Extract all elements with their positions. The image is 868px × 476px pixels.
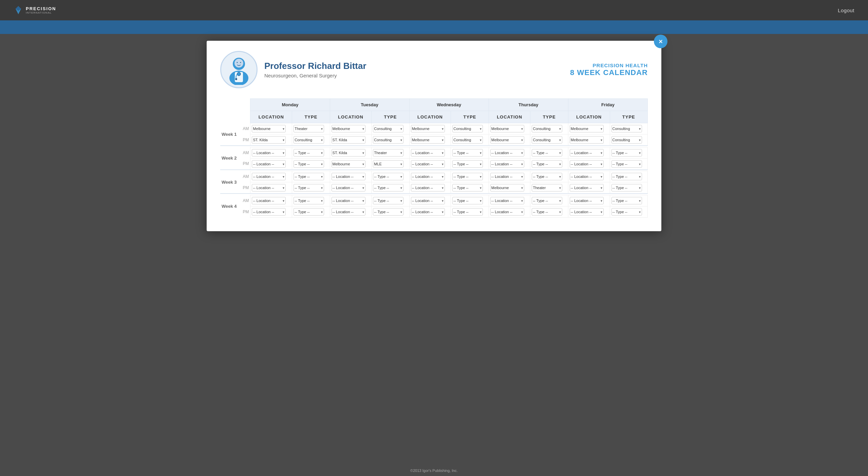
fri-pm-type-select[interactable]: -- Type --TheaterConsultingMLE bbox=[611, 208, 642, 216]
wed-pm-location-select[interactable]: -- Location --MelbourneST. KildaMLE bbox=[411, 160, 445, 168]
tue-am-location-select[interactable]: -- Location --MelbourneST. KildaMLE bbox=[332, 197, 365, 204]
wed-am-type-cell[interactable]: -- Type --TheaterConsultingMLE bbox=[451, 195, 489, 206]
fri-am-type-select[interactable]: -- Type --TheaterConsultingMLE bbox=[611, 149, 642, 157]
logout-button[interactable]: Logout bbox=[838, 7, 854, 13]
tue-am-type-cell[interactable]: -- Type --TheaterConsultingMLE bbox=[372, 147, 409, 158]
mon-am-location-cell[interactable]: -- Location --MelbourneST. KildaMLE bbox=[250, 123, 292, 134]
mon-pm-type-cell[interactable]: -- Type --TheaterConsultingMLE bbox=[292, 206, 330, 217]
tue-pm-location-cell[interactable]: -- Location --MelbourneST. KildaMLE bbox=[330, 182, 372, 194]
thu-am-type-cell[interactable]: -- Type --TheaterConsultingMLE bbox=[530, 147, 568, 158]
thu-am-location-cell[interactable]: -- Location --MelbourneST. KildaMLE bbox=[489, 123, 530, 134]
mon-pm-location-cell[interactable]: -- Location --MelbourneST. KildaMLE bbox=[250, 206, 292, 217]
wed-am-type-select[interactable]: -- Type --TheaterConsultingMLE bbox=[452, 125, 483, 132]
wed-pm-type-select[interactable]: -- Type --TheaterConsultingMLE bbox=[452, 160, 483, 168]
fri-am-location-cell[interactable]: -- Location --MelbourneST. KildaMLE bbox=[568, 123, 610, 134]
wed-am-type-cell[interactable]: -- Type --TheaterConsultingMLE bbox=[451, 123, 489, 134]
tue-pm-type-select[interactable]: -- Type --TheaterConsultingMLE bbox=[373, 184, 403, 191]
thu-am-type-cell[interactable]: -- Type --TheaterConsultingMLE bbox=[530, 171, 568, 182]
wed-pm-type-select[interactable]: -- Type --TheaterConsultingMLE bbox=[452, 136, 483, 144]
thu-pm-location-cell[interactable]: -- Location --MelbourneST. KildaMLE bbox=[489, 158, 530, 170]
tue-am-type-cell[interactable]: -- Type --TheaterConsultingMLE bbox=[372, 123, 409, 134]
thu-pm-type-select[interactable]: -- Type --TheaterConsultingMLE bbox=[532, 208, 562, 216]
mon-am-type-cell[interactable]: -- Type --TheaterConsultingMLE bbox=[292, 147, 330, 158]
wed-pm-type-cell[interactable]: -- Type --TheaterConsultingMLE bbox=[451, 206, 489, 217]
tue-am-location-cell[interactable]: -- Location --MelbourneST. KildaMLE bbox=[330, 195, 372, 206]
fri-pm-type-cell[interactable]: -- Type --TheaterConsultingMLE bbox=[610, 134, 647, 146]
mon-am-location-cell[interactable]: -- Location --MelbourneST. KildaMLE bbox=[250, 171, 292, 182]
mon-am-location-cell[interactable]: -- Location --MelbourneST. KildaMLE bbox=[250, 195, 292, 206]
fri-am-location-select[interactable]: -- Location --MelbourneST. KildaMLE bbox=[570, 149, 604, 157]
fri-am-type-cell[interactable]: -- Type --TheaterConsultingMLE bbox=[610, 123, 647, 134]
fri-pm-location-select[interactable]: -- Location --MelbourneST. KildaMLE bbox=[570, 208, 604, 216]
wed-am-location-select[interactable]: -- Location --MelbourneST. KildaMLE bbox=[411, 149, 445, 157]
mon-am-location-select[interactable]: -- Location --MelbourneST. KildaMLE bbox=[252, 197, 286, 204]
fri-pm-type-select[interactable]: -- Type --TheaterConsultingMLE bbox=[611, 184, 642, 191]
thu-am-location-select[interactable]: -- Location --MelbourneST. KildaMLE bbox=[490, 173, 524, 180]
fri-am-type-select[interactable]: -- Type --TheaterConsultingMLE bbox=[611, 197, 642, 204]
tue-pm-type-select[interactable]: -- Type --TheaterConsultingMLE bbox=[373, 208, 403, 216]
fri-pm-type-cell[interactable]: -- Type --TheaterConsultingMLE bbox=[610, 158, 647, 170]
tue-pm-type-select[interactable]: -- Type --TheaterConsultingMLE bbox=[373, 160, 403, 168]
wed-pm-location-select[interactable]: -- Location --MelbourneST. KildaMLE bbox=[411, 136, 445, 144]
thu-pm-location-select[interactable]: -- Location --MelbourneST. KildaMLE bbox=[490, 160, 524, 168]
mon-am-location-select[interactable]: -- Location --MelbourneST. KildaMLE bbox=[252, 125, 286, 132]
wed-am-type-select[interactable]: -- Type --TheaterConsultingMLE bbox=[452, 197, 483, 204]
fri-am-location-select[interactable]: -- Location --MelbourneST. KildaMLE bbox=[570, 125, 604, 132]
mon-pm-location-cell[interactable]: -- Location --MelbourneST. KildaMLE bbox=[250, 158, 292, 170]
tue-pm-type-cell[interactable]: -- Type --TheaterConsultingMLE bbox=[372, 182, 409, 194]
thu-pm-location-cell[interactable]: -- Location --MelbourneST. KildaMLE bbox=[489, 206, 530, 217]
mon-am-type-cell[interactable]: -- Type --TheaterConsultingMLE bbox=[292, 171, 330, 182]
thu-pm-type-select[interactable]: -- Type --TheaterConsultingMLE bbox=[532, 184, 562, 191]
fri-pm-location-cell[interactable]: -- Location --MelbourneST. KildaMLE bbox=[568, 206, 610, 217]
mon-pm-type-select[interactable]: -- Type --TheaterConsultingMLE bbox=[294, 208, 324, 216]
thu-pm-location-cell[interactable]: -- Location --MelbourneST. KildaMLE bbox=[489, 134, 530, 146]
wed-pm-location-cell[interactable]: -- Location --MelbourneST. KildaMLE bbox=[409, 134, 451, 146]
wed-pm-location-select[interactable]: -- Location --MelbourneST. KildaMLE bbox=[411, 208, 445, 216]
wed-pm-type-cell[interactable]: -- Type --TheaterConsultingMLE bbox=[451, 182, 489, 194]
fri-pm-location-select[interactable]: -- Location --MelbourneST. KildaMLE bbox=[570, 184, 604, 191]
fri-am-type-cell[interactable]: -- Type --TheaterConsultingMLE bbox=[610, 195, 647, 206]
thu-pm-type-cell[interactable]: -- Type --TheaterConsultingMLE bbox=[530, 158, 568, 170]
mon-pm-type-select[interactable]: -- Type --TheaterConsultingMLE bbox=[294, 184, 324, 191]
wed-pm-location-select[interactable]: -- Location --MelbourneST. KildaMLE bbox=[411, 184, 445, 191]
thu-am-type-select[interactable]: -- Type --TheaterConsultingMLE bbox=[532, 197, 562, 204]
thu-am-type-select[interactable]: -- Type --TheaterConsultingMLE bbox=[532, 149, 562, 157]
tue-am-location-select[interactable]: -- Location --MelbourneST. KildaMLE bbox=[332, 173, 365, 180]
mon-am-type-select[interactable]: -- Type --TheaterConsultingMLE bbox=[294, 125, 324, 132]
mon-am-type-select[interactable]: -- Type --TheaterConsultingMLE bbox=[294, 149, 324, 157]
mon-pm-type-cell[interactable]: -- Type --TheaterConsultingMLE bbox=[292, 158, 330, 170]
mon-am-type-cell[interactable]: -- Type --TheaterConsultingMLE bbox=[292, 195, 330, 206]
mon-pm-location-select[interactable]: -- Location --MelbourneST. KildaMLE bbox=[252, 208, 286, 216]
thu-pm-location-select[interactable]: -- Location --MelbourneST. KildaMLE bbox=[490, 136, 524, 144]
wed-am-type-cell[interactable]: -- Type --TheaterConsultingMLE bbox=[451, 147, 489, 158]
thu-am-location-cell[interactable]: -- Location --MelbourneST. KildaMLE bbox=[489, 171, 530, 182]
fri-pm-type-select[interactable]: -- Type --TheaterConsultingMLE bbox=[611, 136, 642, 144]
fri-am-location-cell[interactable]: -- Location --MelbourneST. KildaMLE bbox=[568, 171, 610, 182]
tue-pm-location-select[interactable]: -- Location --MelbourneST. KildaMLE bbox=[332, 184, 365, 191]
tue-am-type-select[interactable]: -- Type --TheaterConsultingMLE bbox=[373, 149, 403, 157]
mon-pm-location-select[interactable]: -- Location --MelbourneST. KildaMLE bbox=[252, 160, 286, 168]
fri-pm-location-select[interactable]: -- Location --MelbourneST. KildaMLE bbox=[570, 136, 604, 144]
tue-am-type-cell[interactable]: -- Type --TheaterConsultingMLE bbox=[372, 195, 409, 206]
wed-am-location-select[interactable]: -- Location --MelbourneST. KildaMLE bbox=[411, 173, 445, 180]
tue-am-location-cell[interactable]: -- Location --MelbourneST. KildaMLE bbox=[330, 123, 372, 134]
mon-pm-type-cell[interactable]: -- Type --TheaterConsultingMLE bbox=[292, 134, 330, 146]
tue-am-location-cell[interactable]: -- Location --MelbourneST. KildaMLE bbox=[330, 171, 372, 182]
thu-am-type-cell[interactable]: -- Type --TheaterConsultingMLE bbox=[530, 195, 568, 206]
fri-pm-type-select[interactable]: -- Type --TheaterConsultingMLE bbox=[611, 160, 642, 168]
tue-am-type-select[interactable]: -- Type --TheaterConsultingMLE bbox=[373, 173, 403, 180]
tue-pm-type-select[interactable]: -- Type --TheaterConsultingMLE bbox=[373, 136, 403, 144]
tue-pm-location-cell[interactable]: -- Location --MelbourneST. KildaMLE bbox=[330, 134, 372, 146]
wed-am-location-select[interactable]: -- Location --MelbourneST. KildaMLE bbox=[411, 197, 445, 204]
fri-am-location-select[interactable]: -- Location --MelbourneST. KildaMLE bbox=[570, 173, 604, 180]
wed-am-location-cell[interactable]: -- Location --MelbourneST. KildaMLE bbox=[409, 123, 451, 134]
tue-pm-location-cell[interactable]: -- Location --MelbourneST. KildaMLE bbox=[330, 158, 372, 170]
wed-pm-type-cell[interactable]: -- Type --TheaterConsultingMLE bbox=[451, 134, 489, 146]
thu-pm-type-cell[interactable]: -- Type --TheaterConsultingMLE bbox=[530, 206, 568, 217]
mon-pm-location-cell[interactable]: -- Location --MelbourneST. KildaMLE bbox=[250, 182, 292, 194]
tue-pm-type-cell[interactable]: -- Type --TheaterConsultingMLE bbox=[372, 134, 409, 146]
wed-pm-location-cell[interactable]: -- Location --MelbourneST. KildaMLE bbox=[409, 206, 451, 217]
thu-am-type-cell[interactable]: -- Type --TheaterConsultingMLE bbox=[530, 123, 568, 134]
tue-pm-location-select[interactable]: -- Location --MelbourneST. KildaMLE bbox=[332, 208, 365, 216]
wed-am-location-cell[interactable]: -- Location --MelbourneST. KildaMLE bbox=[409, 147, 451, 158]
